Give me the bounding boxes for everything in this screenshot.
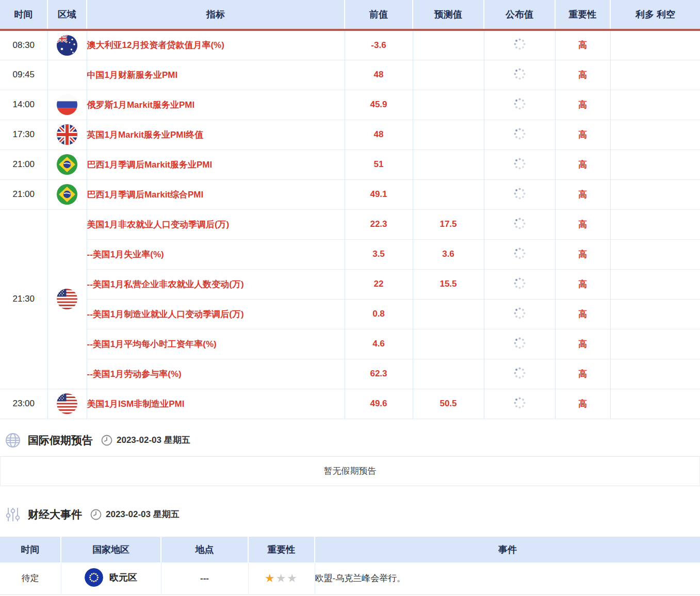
published-value-cell [484,329,555,359]
importance-cell: 高 [555,179,610,209]
calendar-row: --美国1月失业率(%)3.53.6高 [0,239,700,269]
indicator-link[interactable]: --美国1月失业率(%) [87,239,345,269]
forecast-value-cell: 17.5 [413,209,484,239]
holiday-section-date: 2023-02-03 星期五 [117,434,190,446]
loading-spinner-icon [518,162,521,165]
event-time-cell: 待定 [0,562,61,595]
time-cell: 21:00 [0,150,47,179]
indicator-link[interactable]: 澳大利亚12月投资者贷款值月率(%) [87,30,345,60]
economic-calendar-table: 时间 区域 指标 前值 预测值 公布值 重要性 利多 利空 08:30 澳大利亚… [0,0,700,419]
calendar-row: 21:00 巴西1月季调后Markit综合PMI49.1高 [0,179,700,209]
indicator-link[interactable]: 美国1月ISM非制造业PMI [87,389,345,419]
holiday-section-title: 国际假期预告 [28,433,93,448]
published-value-cell [484,359,555,389]
forecast-value-cell [413,150,484,179]
indicator-link[interactable]: --美国1月私营企业非农就业人数变动(万) [87,269,345,299]
loading-spinner-icon [518,103,521,105]
published-value-cell [484,209,555,239]
flag-usa-icon [57,393,77,414]
calendar-body: 08:30 澳大利亚12月投资者贷款值月率(%)-3.6高09:45中国1月财新… [0,30,700,419]
published-value-cell [484,120,555,150]
previous-value-cell: -3.6 [345,30,413,60]
indicator-link[interactable]: 中国1月财新服务业PMI [87,60,345,90]
loading-spinner-icon [518,73,521,75]
calendar-row: 21:00 巴西1月季调后Markit服务业PMI51高 [0,150,700,179]
event-region-name: 欧元区 [109,571,137,584]
region-cell [47,209,87,389]
previous-value-cell: 51 [345,150,413,179]
time-cell: 09:45 [0,60,47,90]
col-header-sentiment: 利多 利空 [610,0,700,30]
importance-cell: 高 [555,30,610,60]
star-empty-icon: ★ [287,572,298,585]
forecast-value-cell [413,299,484,329]
previous-value-cell: 49.1 [345,179,413,209]
published-value-cell [484,179,555,209]
event-row: 待定 欧元区---★★★欧盟-乌克兰峰会举行。 [0,562,700,595]
indicator-link[interactable]: 巴西1月季调后Markit服务业PMI [87,150,345,179]
published-value-cell [484,30,555,60]
col-header-published: 公布值 [484,0,555,30]
flag-usa-icon [57,289,77,309]
events-body: 待定 欧元区---★★★欧盟-乌克兰峰会举行。 [0,562,700,595]
clock-icon [101,435,112,446]
calendar-row: 17:30 英国1月Markit服务业PMI终值48高 [0,120,700,150]
previous-value-cell: 3.5 [345,239,413,269]
previous-value-cell: 0.8 [345,299,413,329]
indicator-link[interactable]: 美国1月非农就业人口变动季调后(万) [87,209,345,239]
region-cell [47,389,87,419]
previous-value-cell: 62.3 [345,359,413,389]
loading-spinner-icon [518,312,521,314]
sentiment-cell [610,209,700,239]
calendar-row: --美国1月私营企业非农就业人数变动(万)2215.5高 [0,269,700,299]
importance-cell: 高 [555,359,610,389]
indicator-link[interactable]: --美国1月制造业就业人口变动季调后(万) [87,299,345,329]
importance-cell: 高 [555,389,610,419]
importance-cell: 高 [555,209,610,239]
forecast-value-cell [413,60,484,90]
flag-uk-icon [57,124,77,145]
time-cell: 23:00 [0,389,47,419]
time-cell: 14:00 [0,90,47,120]
event-description-cell: 欧盟-乌克兰峰会举行。 [315,562,700,595]
star-empty-icon: ★ [276,572,287,585]
region-cell [47,120,87,150]
calendar-row: --美国1月平均每小时工资年率(%)4.6高 [0,329,700,359]
sentiment-cell [610,239,700,269]
sentiment-cell [610,30,700,60]
published-value-cell [484,150,555,179]
flag-brazil-icon [57,184,77,205]
loading-spinner-icon [518,133,521,135]
previous-value-cell: 22.3 [345,209,413,239]
indicator-link[interactable]: 俄罗斯1月Markit服务业PMI [87,90,345,120]
region-cell [47,30,87,60]
loading-spinner-icon [518,342,521,344]
sentiment-cell [610,269,700,299]
col-header-region: 区域 [47,0,87,30]
importance-cell: 高 [555,299,610,329]
importance-stars: ★★★ [265,575,298,584]
indicator-link[interactable]: --美国1月劳动参与率(%) [87,359,345,389]
globe-icon [5,433,21,448]
ev-col-header-importance: 重要性 [248,537,315,562]
published-value-cell [484,269,555,299]
events-section-title: 财经大事件 [28,507,82,522]
importance-cell: 高 [555,150,610,179]
events-header-row: 时间 国家地区 地点 重要性 事件 [0,537,700,562]
loading-spinner-icon [518,192,521,195]
indicator-link[interactable]: --美国1月平均每小时工资年率(%) [87,329,345,359]
time-cell: 21:30 [0,209,47,389]
sentiment-cell [610,60,700,90]
events-section-header: 财经大事件 2023-02-03 星期五 [0,507,700,522]
holiday-empty-box: 暂无假期预告 [0,456,700,486]
forecast-value-cell: 15.5 [413,269,484,299]
previous-value-cell: 48 [345,60,413,90]
calendar-header-row: 时间 区域 指标 前值 预测值 公布值 重要性 利多 利空 [0,0,700,30]
indicator-link[interactable]: 英国1月Markit服务业PMI终值 [87,120,345,150]
region-cell [47,60,87,90]
time-cell: 08:30 [0,30,47,60]
loading-spinner-icon [518,252,521,255]
indicator-link[interactable]: 巴西1月季调后Markit综合PMI [87,179,345,209]
ev-col-header-event: 事件 [315,537,700,562]
clock-icon [90,509,102,520]
